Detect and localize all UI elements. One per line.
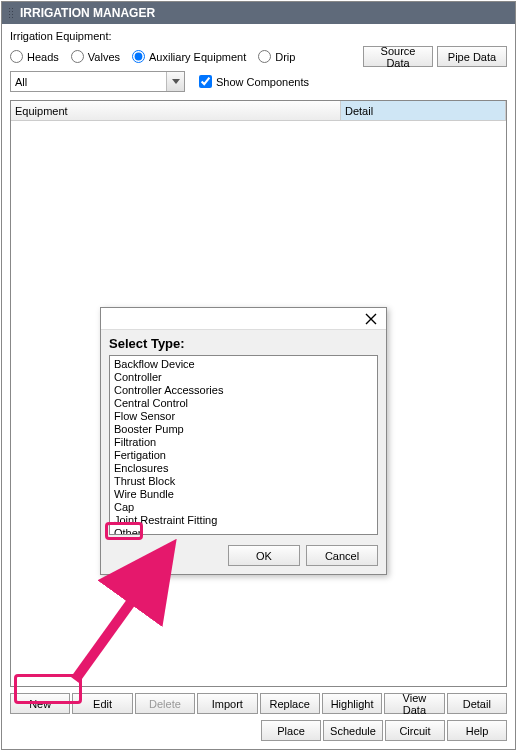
delete-button[interactable]: Delete <box>135 693 195 714</box>
window-title: IRRIGATION MANAGER <box>20 6 155 20</box>
pipe-data-button[interactable]: Pipe Data <box>437 46 507 67</box>
filter-combo[interactable]: All <box>10 71 185 92</box>
source-data-button[interactable]: Source Data <box>363 46 433 67</box>
col-detail[interactable]: Detail <box>341 101 506 121</box>
dialog-heading: Select Type: <box>109 336 378 351</box>
radio-heads[interactable]: Heads <box>10 50 59 63</box>
schedule-button[interactable]: Schedule <box>323 720 383 741</box>
dialog-body: Select Type: Backflow Device Controller … <box>101 330 386 574</box>
list-item[interactable]: Wire Bundle <box>114 488 373 501</box>
select-type-dialog: Select Type: Backflow Device Controller … <box>100 307 387 575</box>
combo-value: All <box>15 76 27 88</box>
list-item[interactable]: Controller Accessories <box>114 384 373 397</box>
ok-button[interactable]: OK <box>228 545 300 566</box>
radio-drip[interactable]: Drip <box>258 50 295 63</box>
list-item[interactable]: Cap <box>114 501 373 514</box>
circuit-button[interactable]: Circuit <box>385 720 445 741</box>
radio-aux-input[interactable] <box>132 50 145 63</box>
edit-button[interactable]: Edit <box>72 693 132 714</box>
place-button[interactable]: Place <box>261 720 321 741</box>
grid-header: Equipment Detail <box>11 101 506 121</box>
type-listbox[interactable]: Backflow Device Controller Controller Ac… <box>109 355 378 535</box>
close-icon[interactable] <box>360 310 382 328</box>
highlight-button[interactable]: Highlight <box>322 693 382 714</box>
list-item[interactable]: Thrust Block <box>114 475 373 488</box>
dialog-buttons: OK Cancel <box>109 545 378 566</box>
radio-aux[interactable]: Auxiliary Equipment <box>132 50 246 63</box>
list-item[interactable]: Booster Pump <box>114 423 373 436</box>
equipment-radio-row: Heads Valves Auxiliary Equipment Drip So… <box>10 46 507 67</box>
list-item[interactable]: Joint Restraint Fitting <box>114 514 373 527</box>
radio-valves-input[interactable] <box>71 50 84 63</box>
list-item[interactable]: Backflow Device <box>114 358 373 371</box>
grip-icon <box>8 7 14 19</box>
list-item[interactable]: Fertigation <box>114 449 373 462</box>
show-components-check[interactable]: Show Components <box>199 75 309 88</box>
footer-buttons: Place Schedule Circuit Help <box>10 720 507 741</box>
radio-heads-input[interactable] <box>10 50 23 63</box>
top-buttons: Source Data Pipe Data <box>363 46 507 67</box>
list-item[interactable]: Controller <box>114 371 373 384</box>
cancel-button[interactable]: Cancel <box>306 545 378 566</box>
radio-drip-input[interactable] <box>258 50 271 63</box>
list-item[interactable]: Other <box>114 527 373 535</box>
list-item[interactable]: Enclosures <box>114 462 373 475</box>
list-item[interactable]: Central Control <box>114 397 373 410</box>
filter-row: All Show Components <box>10 71 507 92</box>
import-button[interactable]: Import <box>197 693 257 714</box>
show-components-input[interactable] <box>199 75 212 88</box>
view-data-button[interactable]: View Data <box>384 693 444 714</box>
chevron-down-icon[interactable] <box>166 72 184 91</box>
radio-valves[interactable]: Valves <box>71 50 120 63</box>
titlebar[interactable]: IRRIGATION MANAGER <box>2 2 515 24</box>
dialog-titlebar[interactable] <box>101 308 386 330</box>
help-button[interactable]: Help <box>447 720 507 741</box>
detail-button[interactable]: Detail <box>447 693 507 714</box>
new-button[interactable]: New <box>10 693 70 714</box>
list-item[interactable]: Filtration <box>114 436 373 449</box>
col-equipment[interactable]: Equipment <box>11 101 341 121</box>
action-buttons: New Edit Delete Import Replace Highlight… <box>10 693 507 714</box>
replace-button[interactable]: Replace <box>260 693 320 714</box>
equipment-label: Irrigation Equipment: <box>10 30 507 42</box>
list-item[interactable]: Flow Sensor <box>114 410 373 423</box>
